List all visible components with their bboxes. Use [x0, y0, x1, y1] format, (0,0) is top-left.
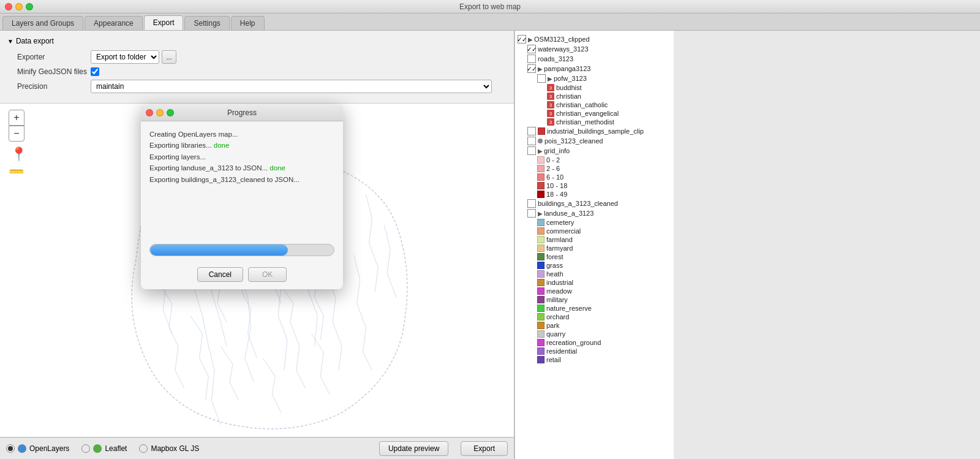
layer-item-christian_catholic[interactable]: 3christian_catholic	[518, 101, 671, 109]
layer-name-park: park	[546, 322, 559, 329]
layer-item-farmyard[interactable]: farmyard	[518, 244, 671, 252]
layer-item-quarry[interactable]: quarry	[518, 330, 671, 338]
layer-item-pois_3123_cleaned[interactable]: pois_3123_cleaned	[518, 136, 671, 146]
layer-item-industrial[interactable]: industrial	[518, 278, 671, 287]
dialog-progress-bar-container	[141, 244, 343, 262]
data-export-section: ▼ Data export Exporter Export to folder …	[0, 31, 514, 103]
layer-checkbox-buildings_a_3123_cleaned[interactable]	[527, 199, 536, 208]
browse-button[interactable]: ...	[162, 50, 176, 64]
progress-dialog: Progress Creating OpenLayers map... Expo…	[141, 104, 343, 289]
layer-item-orchard[interactable]: orchard	[518, 313, 671, 321]
titlebar-buttons[interactable]	[5, 3, 33, 10]
group-icon-pampanga3123: ▶	[538, 66, 543, 72]
layer-checkbox-waterways_3123[interactable]: ✓	[527, 45, 536, 53]
layer-item-military[interactable]: military	[518, 295, 671, 304]
minify-checkbox[interactable]	[91, 67, 99, 76]
close-button[interactable]	[5, 3, 12, 10]
layer-item-christian_evangelical[interactable]: 3christian_evangelical	[518, 109, 671, 118]
ok-button[interactable]: OK	[248, 267, 287, 282]
number-icon-christian_catholic: 3	[547, 101, 554, 108]
maximize-button[interactable]	[26, 3, 33, 10]
exporter-select[interactable]: Export to folder	[91, 50, 159, 64]
layer-name-christian_evangelical: christian_evangelical	[556, 110, 619, 117]
layer-item-osm3123_clipped[interactable]: ✓▶OSM3123_clipped	[518, 34, 671, 44]
dialog-maximize-button[interactable]	[167, 109, 174, 116]
tab-export[interactable]: Export	[144, 15, 184, 30]
dialog-minimize-button[interactable]	[156, 109, 164, 116]
layer-item-meadow[interactable]: meadow	[518, 287, 671, 295]
layer-name-industrial_buildings_sample_clip: industrial_buildings_sample_clip	[547, 127, 644, 135]
layer-checkbox-landuse_a_3123[interactable]	[527, 209, 536, 218]
number-icon-christian_methodist: 3	[547, 118, 554, 126]
layer-name-forest: forest	[546, 253, 564, 260]
minify-label: Minify GeoJSON files	[17, 67, 91, 76]
layer-item-cemetery[interactable]: cemetery	[518, 218, 671, 227]
radio-leaflet-dot[interactable]	[81, 444, 90, 453]
layer-name-grid_info: grid_info	[544, 147, 570, 154]
layer-name-pampanga3123: pampanga3123	[544, 65, 590, 72]
layer-item-pampanga3123[interactable]: ✓▶pampanga3123	[518, 64, 671, 74]
layer-item-pofw_3123[interactable]: ▶pofw_3123	[518, 74, 671, 83]
layer-item-retail[interactable]: retail	[518, 355, 671, 364]
layer-item-recreation_ground[interactable]: recreation_ground	[518, 338, 671, 347]
layer-checkbox-pampanga3123[interactable]: ✓	[527, 64, 536, 73]
window-title: Export to web map	[459, 2, 521, 11]
layer-item-heath[interactable]: heath	[518, 270, 671, 278]
color-swatch-farmyard	[537, 245, 545, 252]
cancel-button[interactable]: Cancel	[197, 267, 243, 282]
section-title: Data export	[16, 37, 54, 45]
layer-checkbox-pofw_3123[interactable]	[537, 74, 546, 83]
minimize-button[interactable]	[15, 3, 23, 10]
layer-item-grid_10_18[interactable]: 10 - 18	[518, 181, 671, 190]
layer-item-waterways_3123[interactable]: ✓waterways_3123	[518, 44, 671, 54]
progress-bar-background	[149, 244, 334, 256]
collapse-arrow[interactable]: ▼	[7, 38, 13, 45]
layer-checkbox-osm3123_clipped[interactable]: ✓	[518, 35, 526, 44]
layer-checkbox-grid_info[interactable]	[527, 146, 536, 155]
zoom-in-button[interactable]: +	[9, 110, 24, 126]
precision-select[interactable]: maintain	[91, 80, 492, 93]
layer-item-christian_methodist[interactable]: 3christian_methodist	[518, 118, 671, 126]
layer-name-christian: christian	[556, 93, 581, 100]
layer-name-roads_3123: roads_3123	[538, 55, 573, 63]
layer-item-grid_18_49[interactable]: 18 - 49	[518, 190, 671, 199]
layer-item-buildings_a_3123_cleaned[interactable]: buildings_a_3123_cleaned	[518, 199, 671, 208]
layer-item-nature_reserve[interactable]: nature_reserve	[518, 304, 671, 313]
layer-item-landuse_a_3123[interactable]: ▶landuse_a_3123	[518, 208, 671, 218]
layer-item-residential[interactable]: residential	[518, 347, 671, 355]
layer-item-christian[interactable]: 3christian	[518, 92, 671, 101]
zoom-out-button[interactable]: −	[9, 126, 24, 142]
radio-openlayers-dot[interactable]	[6, 444, 15, 453]
radio-mapboxgl[interactable]: Mapbox GL JS	[139, 444, 199, 453]
tab-appearance[interactable]: Appearance	[85, 16, 143, 30]
layer-item-farmland[interactable]: farmland	[518, 235, 671, 244]
color-swatch-recreation_ground	[537, 339, 545, 346]
layer-item-park[interactable]: park	[518, 321, 671, 330]
layer-item-industrial_buildings_sample_clip[interactable]: industrial_buildings_sample_clip	[518, 126, 671, 136]
dialog-close-button[interactable]	[146, 109, 153, 116]
radio-leaflet[interactable]: Leaflet	[81, 444, 127, 453]
layer-checkbox-roads_3123[interactable]	[527, 55, 536, 63]
layer-item-grid_info[interactable]: ▶grid_info	[518, 146, 671, 156]
layer-item-grass[interactable]: grass	[518, 261, 671, 270]
export-button[interactable]: Export	[461, 441, 508, 456]
tab-help[interactable]: Help	[231, 16, 265, 30]
tab-settings[interactable]: Settings	[184, 16, 229, 30]
layer-item-roads_3123[interactable]: roads_3123	[518, 54, 671, 64]
dialog-titlebar-buttons[interactable]	[146, 109, 174, 116]
radio-mapboxgl-dot[interactable]	[139, 444, 148, 453]
layer-checkbox-pois_3123_cleaned[interactable]	[527, 137, 536, 145]
color-swatch-meadow	[537, 287, 545, 295]
layer-checkbox-industrial_buildings_sample_clip[interactable]	[527, 127, 536, 135]
layer-item-forest[interactable]: forest	[518, 252, 671, 261]
layer-item-buddhist[interactable]: 3buddhist	[518, 83, 671, 92]
update-preview-button[interactable]: Update preview	[379, 441, 448, 456]
layer-item-grid_2_6[interactable]: 2 - 6	[518, 164, 671, 173]
layer-item-commercial[interactable]: commercial	[518, 227, 671, 235]
layer-item-grid_6_10[interactable]: 6 - 10	[518, 173, 671, 181]
dialog-titlebar: Progress	[141, 104, 343, 121]
layer-name-waterways_3123: waterways_3123	[538, 45, 589, 53]
layer-item-grid_0_2[interactable]: 0 - 2	[518, 156, 671, 164]
tab-layers[interactable]: Layers and Groups	[2, 16, 83, 30]
radio-openlayers[interactable]: OpenLayers	[6, 444, 69, 453]
